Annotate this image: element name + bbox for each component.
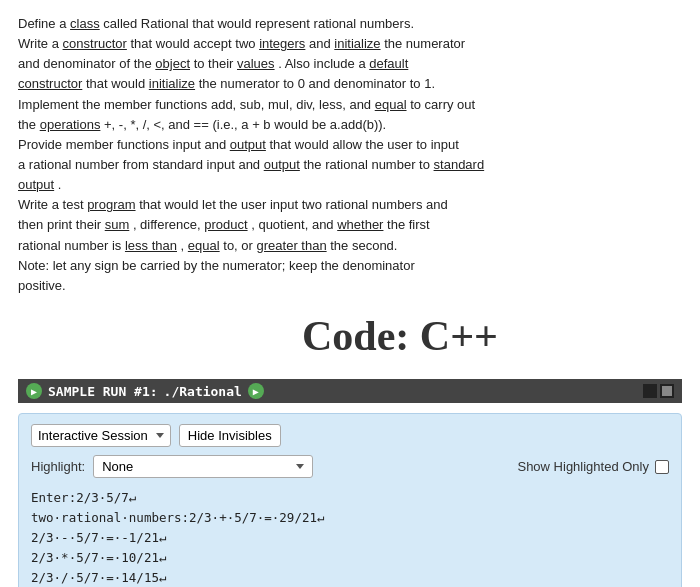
session-dropdown-arrow bbox=[156, 433, 164, 438]
show-highlighted-checkbox[interactable] bbox=[655, 460, 669, 474]
highlight-dropdown-arrow bbox=[296, 464, 304, 469]
main-container: Define a class called Rational that woul… bbox=[0, 0, 700, 587]
stop-icon-black bbox=[643, 384, 657, 398]
highlight-label: Highlight: bbox=[31, 459, 85, 474]
stop-icons bbox=[643, 384, 674, 398]
interactive-panel: Interactive Session Hide Invisibles High… bbox=[18, 413, 682, 587]
output-line-2: two·rational·numbers:2/3·+·5/7·=·29/21↵ bbox=[31, 508, 669, 528]
output-line-3: 2/3·-·5/7·=·-1/21↵ bbox=[31, 528, 669, 548]
session-label: Interactive Session bbox=[38, 428, 148, 443]
code-heading: Code: C++ bbox=[118, 304, 682, 369]
show-highlighted-label: Show Highlighted Only bbox=[517, 459, 649, 474]
sample-run-command: ./Rational bbox=[164, 384, 242, 399]
panel-top-row: Interactive Session Hide Invisibles bbox=[31, 424, 669, 447]
output-line-5: 2/3·/·5/7·=·14/15↵ bbox=[31, 568, 669, 587]
stop-icon-outline bbox=[660, 384, 674, 398]
output-line-4: 2/3·*·5/7·=·10/21↵ bbox=[31, 548, 669, 568]
highlight-controls: Highlight: None Show Highlighted Only bbox=[31, 455, 669, 478]
session-dropdown[interactable]: Interactive Session bbox=[31, 424, 171, 447]
sample-run-bar: ▶ SAMPLE RUN #1: ./Rational ▶ bbox=[18, 379, 682, 403]
sample-run-label: SAMPLE RUN #1: bbox=[48, 384, 158, 399]
description-text: Define a class called Rational that woul… bbox=[18, 14, 682, 369]
code-output: Enter:2/3·5/7↵ two·rational·numbers:2/3·… bbox=[31, 488, 669, 587]
highlight-value: None bbox=[102, 459, 133, 474]
hide-invisibles-button[interactable]: Hide Invisibles bbox=[179, 424, 281, 447]
run-icon: ▶ bbox=[26, 383, 42, 399]
highlight-select[interactable]: None bbox=[93, 455, 313, 478]
run-arrow-icon[interactable]: ▶ bbox=[248, 383, 264, 399]
output-line-1: Enter:2/3·5/7↵ bbox=[31, 488, 669, 508]
show-highlighted-row: Show Highlighted Only bbox=[517, 459, 669, 474]
